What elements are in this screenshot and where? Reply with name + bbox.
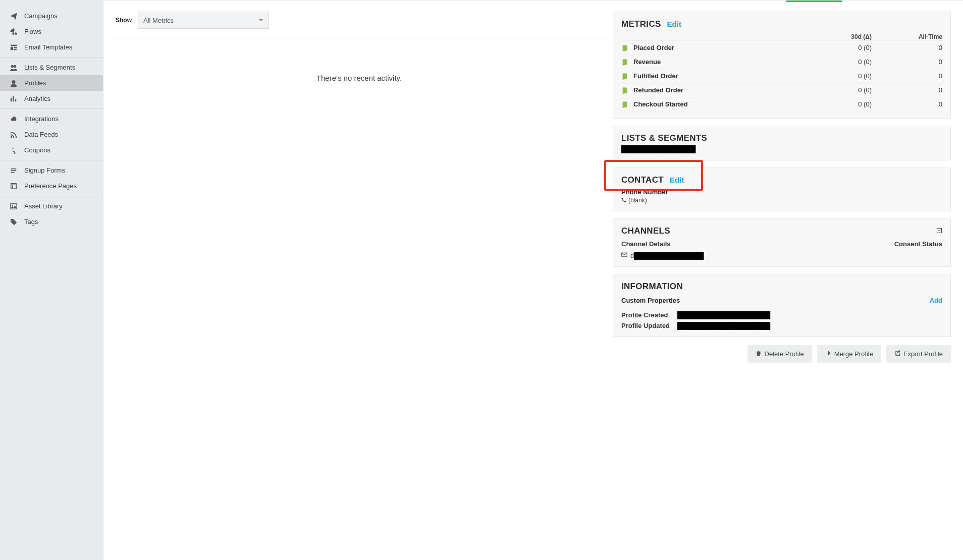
svg-point-6 <box>12 219 13 220</box>
redacted-list-name: ████████████████ <box>621 145 696 153</box>
sidebar-item-coupons[interactable]: Coupons <box>0 142 103 158</box>
contact-edit-link[interactable]: Edit <box>670 176 684 184</box>
sidebar-item-label: Email Templates <box>24 43 72 51</box>
sidebar-item-flows[interactable]: Flows <box>0 24 103 39</box>
information-title: INFORMATION <box>621 282 683 292</box>
dollar-icon <box>10 147 19 154</box>
trash-icon <box>756 350 762 358</box>
users-icon <box>10 64 19 71</box>
export-profile-button[interactable]: Export Profile <box>886 345 951 363</box>
sidebar-item-lists-segments[interactable]: Lists & Segments <box>0 60 103 75</box>
chart-icon <box>10 95 19 102</box>
sidebar-item-analytics[interactable]: Analytics <box>0 91 103 106</box>
merge-icon <box>825 350 831 358</box>
shopify-icon <box>621 101 628 108</box>
sidebar-item-preference-pages[interactable]: Preference Pages <box>0 178 103 194</box>
user-icon <box>10 80 19 87</box>
sidebar-item-label: Integrations <box>24 115 59 123</box>
collapse-icon[interactable] <box>936 228 942 235</box>
metric-row: Refunded Order 0 (0) 0 <box>621 83 942 97</box>
show-label: Show <box>116 17 132 24</box>
sidebar-item-label: Data Feeds <box>24 131 58 138</box>
redacted-email: ███████████████ <box>634 252 704 259</box>
redacted-created-value: ████████████████████ <box>677 311 770 319</box>
phone-number-value: (blank) <box>628 197 647 204</box>
paper-plane-icon <box>10 13 19 20</box>
caret-down-icon <box>258 17 263 24</box>
rss-icon <box>10 131 19 138</box>
metrics-title: METRICS <box>621 19 661 29</box>
metric-row: Fulfilled Order 0 (0) 0 <box>621 69 942 83</box>
consent-status-label: Consent Status <box>894 240 942 248</box>
lists-segments-title: LISTS & SEGMENTS <box>621 133 707 143</box>
flow-icon <box>10 28 19 35</box>
add-property-link[interactable]: Add <box>930 297 942 304</box>
phone-icon <box>621 197 626 204</box>
profile-actions: Delete Profile Merge Profile Export Prof… <box>613 345 951 363</box>
sidebar-item-profiles[interactable]: Profiles <box>0 75 103 91</box>
shopify-icon <box>621 44 628 51</box>
sidebar-item-label: Tags <box>24 218 38 226</box>
image-icon <box>10 203 19 210</box>
channel-details-label: Channel Details <box>621 240 671 248</box>
sidebar-item-label: Flows <box>24 28 41 35</box>
metrics-head-30d: 30d (Δ) <box>811 33 872 40</box>
svg-point-5 <box>12 204 13 206</box>
sidebar-item-label: Signup Forms <box>24 166 65 174</box>
sidebar-item-signup-forms[interactable]: Signup Forms <box>0 162 103 178</box>
svg-rect-4 <box>11 203 17 209</box>
activity-column: Show All Metrics There's no recent activ… <box>116 12 603 560</box>
details-column: METRICS Edit 30d (Δ) All-Time Placed Ord… <box>613 12 951 560</box>
shopify-icon <box>621 59 628 66</box>
svg-point-2 <box>12 80 16 83</box>
export-icon <box>894 350 900 358</box>
lists-segments-panel: LISTS & SEGMENTS ████████████████ <box>613 126 951 160</box>
no-activity-message: There's no recent activity. <box>116 43 603 113</box>
form-icon <box>10 167 19 174</box>
shopify-icon <box>621 73 628 80</box>
phone-number-label: Phone Number <box>621 188 942 196</box>
contact-title: CONTACT <box>621 175 664 185</box>
sidebar-item-tags[interactable]: Tags <box>0 214 103 230</box>
svg-point-0 <box>11 65 14 67</box>
channel-email-prefix: d <box>630 252 634 259</box>
metrics-filter-select[interactable]: All Metrics <box>138 12 269 29</box>
metric-row: Checkout Started 0 (0) 0 <box>621 97 942 111</box>
delete-profile-button[interactable]: Delete Profile <box>747 345 812 363</box>
custom-properties-label: Custom Properties <box>621 297 680 304</box>
sidebar-item-label: Lists & Segments <box>24 64 75 71</box>
contact-panel: CONTACT Edit Phone Number (blank) <box>613 167 951 211</box>
sidebar-item-label: Preference Pages <box>24 182 77 190</box>
metrics-edit-link[interactable]: Edit <box>667 20 681 28</box>
page-icon <box>10 183 19 190</box>
sidebar-item-campaigns[interactable]: Campaigns <box>0 8 103 24</box>
channels-title: CHANNELS <box>621 226 670 236</box>
metric-row: Placed Order 0 (0) 0 <box>621 40 942 54</box>
sidebar-item-integrations[interactable]: Integrations <box>0 111 103 127</box>
svg-point-3 <box>11 136 13 138</box>
metrics-head-all: All-Time <box>872 33 942 40</box>
sidebar-item-label: Analytics <box>24 95 50 102</box>
sidebar-item-email-templates[interactable]: Email Templates <box>0 39 103 55</box>
information-panel: INFORMATION Custom Properties Add Profil… <box>613 274 951 337</box>
merge-profile-button[interactable]: Merge Profile <box>817 345 881 363</box>
template-icon <box>10 44 19 51</box>
tag-icon <box>10 218 19 226</box>
main-content: Show All Metrics There's no recent activ… <box>103 0 963 560</box>
envelope-icon <box>621 252 630 259</box>
sidebar-item-asset-library[interactable]: Asset Library <box>0 198 103 214</box>
sidebar-item-label: Profiles <box>24 79 46 87</box>
sidebar-item-label: Coupons <box>24 146 50 154</box>
sidebar-item-label: Campaigns <box>24 12 58 20</box>
sidebar-item-data-feeds[interactable]: Data Feeds <box>0 127 103 142</box>
select-value: All Metrics <box>143 17 174 24</box>
cloud-icon <box>10 116 19 123</box>
profile-created-label: Profile Created <box>621 311 674 319</box>
metric-row: Revenue 0 (0) 0 <box>621 54 942 69</box>
shopify-icon <box>621 87 628 94</box>
profile-updated-label: Profile Updated <box>621 322 674 329</box>
redacted-updated-value: ████████████████████ <box>677 322 770 329</box>
app-layout: Campaigns Flows Email Templates Lists & … <box>0 0 963 560</box>
channels-panel: CHANNELS Channel Details Consent Status … <box>613 218 951 267</box>
sidebar-item-label: Asset Library <box>24 202 63 210</box>
